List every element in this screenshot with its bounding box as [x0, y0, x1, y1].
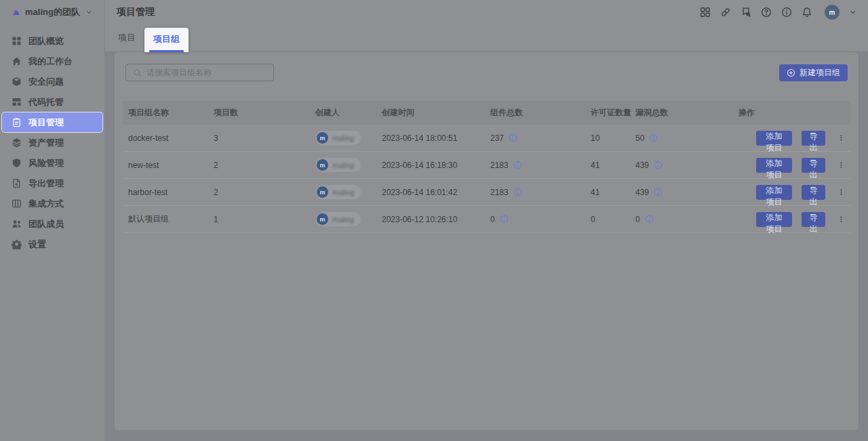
- column-header: 创建人: [315, 107, 382, 119]
- group-name-cell[interactable]: harbor-test: [128, 188, 214, 197]
- license-count-cell: 10: [591, 133, 635, 143]
- column-header: 创建时间: [382, 107, 490, 119]
- sidebar-item-label: 风险管理: [28, 157, 64, 169]
- sidebar-item-label: 集成方式: [28, 198, 64, 210]
- value: 0: [635, 215, 640, 224]
- table-row: docker-test3mmaling2023-06-14 18:00:5123…: [123, 125, 850, 152]
- row-actions: 添加项目导出: [738, 212, 845, 227]
- info-icon[interactable]: [654, 161, 663, 169]
- sidebar-item-asset-management[interactable]: 资产管理: [2, 133, 102, 152]
- tab-projects[interactable]: 项目: [117, 26, 137, 51]
- license-count-cell: 41: [591, 188, 635, 197]
- components-total-cell: 0: [490, 215, 591, 224]
- team-name: maling的团队: [25, 6, 80, 18]
- sidebar-item-risk-management[interactable]: 风险管理: [2, 153, 102, 173]
- link-icon[interactable]: [720, 7, 731, 18]
- row-menu-button[interactable]: [837, 160, 845, 170]
- info-icon[interactable]: [500, 215, 509, 224]
- group-name-cell[interactable]: 默认项目组: [128, 213, 214, 225]
- apps-grid-icon[interactable]: [700, 7, 711, 18]
- sidebar-item-code-hosting[interactable]: 代码托管: [2, 92, 102, 112]
- vulnerability-total-cell: 50: [635, 133, 738, 143]
- add-project-button[interactable]: 添加项目: [756, 212, 792, 227]
- topbar-actions: m: [700, 5, 857, 20]
- content-card: 新建项目组 项目组名称项目数创建人创建时间组件总数许可证数量漏洞总数操作 doc…: [115, 52, 859, 430]
- sidebar-item-label: 我的工作台: [28, 56, 73, 68]
- add-project-button[interactable]: 添加项目: [756, 185, 792, 200]
- home-icon: [12, 56, 22, 66]
- export-button[interactable]: 导出: [802, 131, 825, 146]
- sidebar-item-label: 导出管理: [28, 177, 64, 190]
- tab-project-groups[interactable]: 项目组: [144, 28, 189, 52]
- export-button[interactable]: 导出: [802, 185, 825, 200]
- row-menu-button[interactable]: [837, 133, 845, 143]
- bell-icon[interactable]: [802, 7, 812, 18]
- sidebar-item-settings[interactable]: 设置: [2, 234, 102, 254]
- page-title: 项目管理: [117, 6, 155, 18]
- chevron-down-icon[interactable]: [849, 8, 857, 16]
- info-icon[interactable]: [513, 161, 522, 169]
- file-export-icon: [12, 178, 22, 188]
- row-menu-button[interactable]: [837, 214, 845, 224]
- info-icon[interactable]: [509, 133, 517, 142]
- create-group-button[interactable]: 新建项目组: [779, 64, 848, 81]
- export-button[interactable]: 导出: [802, 212, 825, 227]
- info-icon[interactable]: [645, 215, 654, 224]
- creator-avatar: m: [317, 132, 328, 144]
- project-count-cell: 2: [214, 161, 315, 170]
- users-icon: [12, 219, 22, 229]
- sidebar: maling的团队 团队概览我的工作台安全问题代码托管项目管理资产管理风险管理导…: [0, 0, 105, 441]
- team-switcher[interactable]: maling的团队: [0, 0, 104, 25]
- sidebar-item-project-management[interactable]: 项目管理: [2, 112, 102, 132]
- sidebar-item-team-overview[interactable]: 团队概览: [2, 31, 102, 51]
- value: 2183: [490, 188, 509, 197]
- export-button[interactable]: 导出: [802, 158, 825, 173]
- user-avatar[interactable]: m: [825, 5, 840, 20]
- sidebar-item-label: 项目管理: [28, 117, 64, 129]
- sidebar-item-export-management[interactable]: 导出管理: [2, 173, 102, 193]
- creator-name-redacted: maling: [332, 161, 354, 169]
- value: 237: [490, 133, 504, 143]
- sidebar-item-security-issues[interactable]: 安全问题: [2, 72, 102, 91]
- creator-name-redacted: maling: [332, 215, 354, 224]
- vulnerability-total-cell: 0: [635, 215, 738, 224]
- search-icon: [133, 68, 142, 77]
- toolbar: 新建项目组: [115, 52, 859, 81]
- sidebar-item-label: 团队概览: [28, 35, 64, 47]
- group-name-cell[interactable]: new-test: [128, 161, 214, 170]
- value: 41: [591, 188, 599, 197]
- plus-circle-icon: [787, 68, 795, 77]
- search-input[interactable]: [146, 68, 267, 77]
- info-icon[interactable]: [781, 7, 792, 18]
- project-group-table: 项目组名称项目数创建人创建时间组件总数许可证数量漏洞总数操作 docker-te…: [123, 101, 850, 233]
- add-project-button[interactable]: 添加项目: [756, 158, 792, 173]
- info-icon[interactable]: [513, 188, 522, 196]
- table-header-row: 项目组名称项目数创建人创建时间组件总数许可证数量漏洞总数操作: [123, 101, 850, 125]
- creator-name-redacted: maling: [332, 188, 354, 196]
- sidebar-item-team-members[interactable]: 团队成员: [2, 214, 102, 234]
- value: 439: [635, 188, 649, 197]
- value: 50: [635, 133, 644, 143]
- table-row: harbor-test2mmaling2023-06-14 16:01:4221…: [123, 179, 850, 206]
- creator-name-redacted: maling: [332, 134, 354, 142]
- info-icon[interactable]: [649, 133, 658, 142]
- sidebar-item-label: 设置: [28, 238, 46, 251]
- sidebar-item-my-workbench[interactable]: 我的工作台: [2, 51, 102, 71]
- column-header: 组件总数: [490, 107, 591, 119]
- add-project-button[interactable]: 添加项目: [756, 131, 792, 146]
- sidebar-item-integration[interactable]: 集成方式: [2, 194, 102, 213]
- search-input-wrapper: [125, 64, 274, 81]
- tab-bar: 项目项目组: [105, 24, 868, 52]
- column-header: 项目组名称: [128, 107, 214, 119]
- sidebar-nav: 团队概览我的工作台安全问题代码托管项目管理资产管理风险管理导出管理集成方式团队成…: [0, 25, 104, 254]
- row-menu-button[interactable]: [837, 187, 845, 197]
- scan-icon[interactable]: [741, 7, 751, 18]
- group-name-cell[interactable]: docker-test: [128, 133, 214, 143]
- cube-icon: [12, 77, 22, 87]
- topbar: 项目管理 m: [105, 0, 868, 24]
- creator-avatar: m: [317, 159, 328, 171]
- project-count-cell: 3: [214, 133, 315, 143]
- help-icon[interactable]: [761, 7, 772, 18]
- info-icon[interactable]: [654, 188, 663, 196]
- chevron-down-icon: [85, 8, 93, 16]
